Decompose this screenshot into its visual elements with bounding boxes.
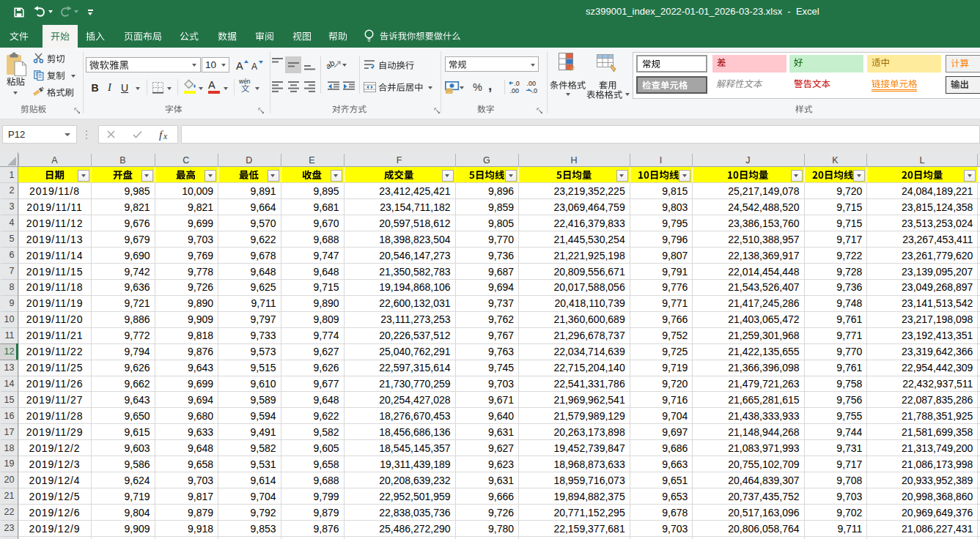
svg-text:.0: .0 — [532, 87, 538, 94]
svg-text:≠: ≠ — [570, 63, 575, 73]
svg-text:.00: .00 — [527, 81, 537, 87]
svg-text:.0: .0 — [514, 81, 520, 87]
svg-text:.00: .00 — [510, 87, 520, 94]
